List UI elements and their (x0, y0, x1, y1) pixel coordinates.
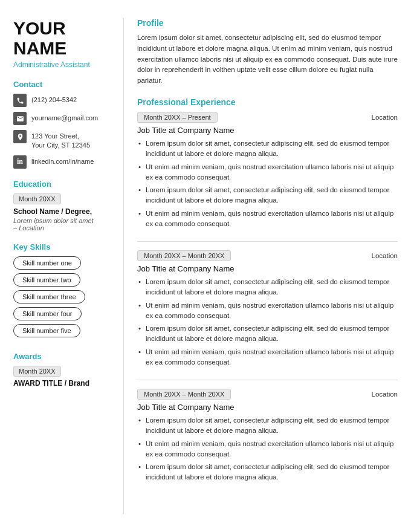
contact-address: 123 Your Street,Your City, ST 12345 (13, 130, 110, 151)
exp-entry-2: Month 20XX – Month 20XX Location Job Tit… (137, 250, 398, 368)
skill-2: Skill number two (13, 273, 80, 287)
contact-label: Contact (13, 80, 110, 89)
phone-icon (13, 94, 27, 107)
profile-section-title: Profile (137, 18, 398, 28)
exp-header-3: Month 20XX – Month 20XX Location (137, 389, 398, 400)
award-block: Month 20XX AWARD TITLE / Brand (13, 366, 110, 388)
exp-jobtitle-1: Job Title at Company Name (137, 126, 398, 135)
edu-detail: Lorem ipsum dolor sit amet– Location (13, 217, 110, 232)
bullet-3-1: Lorem ipsum dolor sit amet, consectetur … (137, 415, 398, 436)
bullet-1-1: Lorem ipsum dolor sit amet, consectetur … (137, 138, 398, 160)
bullet-2-4: Ut enim ad minim veniam, quis nostrud ex… (137, 347, 398, 368)
resume-page: YOUR NAME Administrative Assistant Conta… (0, 0, 411, 532)
bullet-2-2: Ut enim ad minim veniam, quis nostrud ex… (137, 300, 398, 322)
name-line1: YOUR (13, 18, 66, 38)
job-title: Administrative Assistant (13, 60, 110, 69)
skill-5: Skill number five (13, 324, 80, 337)
bullet-1-4: Ut enim ad minim veniam, quis nostrud ex… (137, 209, 398, 230)
skills-label: Key Skills (13, 242, 110, 251)
award-title: AWARD TITLE / Brand (13, 379, 110, 388)
exp-date-3: Month 20XX – Month 20XX (137, 389, 231, 400)
location-icon (13, 130, 27, 143)
bullet-1-2: Ut enim ad minim veniam, quis nostrud ex… (137, 162, 398, 183)
sidebar: YOUR NAME Administrative Assistant Conta… (0, 18, 121, 514)
email-icon (13, 112, 27, 125)
exp-jobtitle-3: Job Title at Company Name (137, 403, 398, 412)
skill-4: Skill number four (13, 307, 82, 320)
contact-linkedin: in linkedin.com/in/name (13, 155, 110, 169)
exp-header-2: Month 20XX – Month 20XX Location (137, 250, 398, 261)
education-label: Education (13, 180, 110, 189)
exp-header-1: Month 20XX – Present Location (137, 112, 398, 123)
name-line2: NAME (13, 38, 66, 58)
name-display: YOUR NAME (13, 18, 110, 58)
bullet-2-3: Lorem ipsum dolor sit amet, consectetur … (137, 323, 398, 345)
education-block: Month 20XX School Name / Degree, Lorem i… (13, 193, 110, 232)
exp-bullets-2: Lorem ipsum dolor sit amet, consectetur … (137, 277, 398, 368)
skill-3: Skill number three (13, 290, 85, 303)
email-text: yourname@gmail.com (31, 112, 98, 123)
skill-1: Skill number one (13, 256, 81, 270)
main-content: Profile Lorem ipsum dolor sit amet, cons… (126, 18, 411, 514)
exp-jobtitle-2: Job Title at Company Name (137, 264, 398, 273)
bullet-3-3: Lorem ipsum dolor sit amet, consectetur … (137, 462, 398, 483)
exp-location-1: Location (372, 114, 398, 121)
exp-divider-1 (137, 241, 398, 242)
exp-bullets-1: Lorem ipsum dolor sit amet, consectetur … (137, 138, 398, 229)
awards-label: Awards (13, 352, 110, 361)
exp-location-2: Location (372, 252, 398, 259)
bullet-2-1: Lorem ipsum dolor sit amet, consectetur … (137, 277, 398, 298)
exp-section-title: Professional Experience (137, 97, 398, 107)
exp-entry-3: Month 20XX – Month 20XX Location Job Tit… (137, 389, 398, 483)
exp-date-1: Month 20XX – Present (137, 112, 218, 123)
name-block: YOUR NAME Administrative Assistant (13, 18, 110, 69)
skills-list: Skill number one Skill number two Skill … (13, 256, 110, 341)
award-date: Month 20XX (13, 366, 61, 377)
edu-date: Month 20XX (13, 193, 61, 204)
bullet-3-2: Ut enim ad minim veniam, quis nostrud ex… (137, 439, 398, 460)
bullet-1-3: Lorem ipsum dolor sit amet, consectetur … (137, 185, 398, 206)
exp-entry-1: Month 20XX – Present Location Job Title … (137, 112, 398, 229)
linkedin-text: linkedin.com/in/name (31, 155, 94, 166)
contact-email: yourname@gmail.com (13, 112, 110, 125)
contact-phone: (212) 204-5342 (13, 94, 110, 107)
exp-date-2: Month 20XX – Month 20XX (137, 250, 231, 261)
linkedin-icon: in (13, 155, 27, 169)
exp-location-3: Location (372, 391, 398, 398)
profile-text: Lorem ipsum dolor sit amet, consectetur … (137, 33, 398, 86)
exp-divider-2 (137, 380, 398, 380)
phone-text: (212) 204-5342 (31, 94, 77, 105)
exp-bullets-3: Lorem ipsum dolor sit amet, consectetur … (137, 415, 398, 483)
address-text: 123 Your Street,Your City, ST 12345 (31, 130, 90, 151)
edu-school: School Name / Degree, (13, 207, 110, 216)
vertical-divider (123, 18, 124, 514)
